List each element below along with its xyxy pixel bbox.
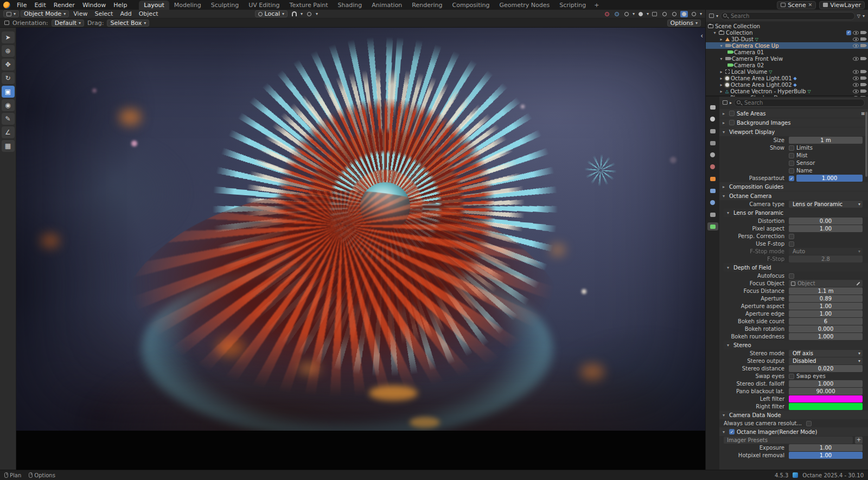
stereo-output-dropdown[interactable]: Disabled ▾ <box>789 357 863 364</box>
expand-arrow-icon[interactable]: ▸ <box>719 76 724 81</box>
bokeh-roundedness-slider[interactable]: 1.000 <box>789 333 863 340</box>
outliner-options-icon[interactable]: ▾ <box>863 14 865 18</box>
panel-depth-of-field[interactable]: ▾ Depth of Field <box>724 263 868 272</box>
disable-render-icon[interactable] <box>860 89 865 93</box>
tab-texture-paint[interactable]: Texture Paint <box>285 1 333 10</box>
bokeh-rotation-slider[interactable]: 0.000 <box>789 325 863 332</box>
camera-type-dropdown[interactable]: Lens or Panoramic ▾ <box>789 201 863 208</box>
focus-distance-slider[interactable]: 1.1 m <box>789 287 863 295</box>
hide-viewport-icon[interactable] <box>853 57 859 61</box>
hide-viewport-icon[interactable] <box>853 76 859 80</box>
disable-render-icon[interactable] <box>860 76 865 80</box>
orientation-setting-dropdown[interactable]: Default ▾ <box>52 20 84 27</box>
overlays-dropdown-icon[interactable]: ▾ <box>647 11 649 16</box>
sidebar-collapse-icon[interactable]: ‹ <box>700 32 703 40</box>
outliner-row-camera-02[interactable]: Camera 02 <box>706 62 868 68</box>
tab-uv-editing[interactable]: UV Editing <box>244 1 284 10</box>
tab-modeling[interactable]: Modeling <box>169 1 206 10</box>
hide-viewport-icon[interactable] <box>853 70 859 74</box>
menu-object[interactable]: Object <box>136 10 161 17</box>
expand-arrow-icon[interactable]: ▸ <box>719 37 724 42</box>
expand-arrow-icon[interactable]: ▸ <box>719 89 724 94</box>
snap-toggle[interactable] <box>290 11 298 17</box>
drag-setting-dropdown[interactable]: Select Box ▾ <box>107 20 149 27</box>
stereo-falloff-slider[interactable]: 1.000 <box>789 380 863 387</box>
rotate-tool[interactable]: ↻ <box>2 72 15 84</box>
filter-icon[interactable]: ▽ <box>857 14 860 18</box>
tab-sculpting[interactable]: Sculpting <box>206 1 244 10</box>
collection-checkbox[interactable]: ✓ <box>846 30 851 35</box>
fstop-mode-dropdown[interactable]: Auto ▾ <box>789 248 863 255</box>
panel-arrow-icon[interactable]: ▾ <box>723 130 727 135</box>
tab-scene[interactable] <box>707 151 718 159</box>
outliner-row-3d-dust[interactable]: ▸ 3D-Dust ▽ <box>706 36 868 42</box>
viewport-3d[interactable]: ‹ <box>16 28 705 470</box>
tab-object[interactable] <box>707 175 718 183</box>
shading-dropdown-icon[interactable]: ▾ <box>700 11 702 16</box>
tab-shading[interactable]: Shading <box>333 1 367 10</box>
imager-presets-dropdown[interactable]: Imager Presets <box>724 437 853 444</box>
disable-render-icon[interactable] <box>860 57 865 60</box>
limits-checkbox[interactable] <box>789 145 794 151</box>
always-use-camera-resolution-checkbox[interactable] <box>806 421 812 426</box>
passepartout-slider[interactable]: 1.000 <box>796 175 863 182</box>
background-images-checkbox[interactable] <box>729 120 735 125</box>
unlink-scene-icon[interactable]: ✕ <box>808 2 813 8</box>
bokeh-side-count-slider[interactable]: 6 <box>789 318 863 325</box>
panel-arrow-icon[interactable]: ▾ <box>727 343 731 348</box>
use-fstop-checkbox[interactable] <box>789 241 794 247</box>
pano-blackout-slider[interactable]: 90.000 <box>789 388 863 395</box>
panel-arrow-icon[interactable]: ▸ <box>723 120 727 125</box>
properties-search-input[interactable] <box>734 99 865 107</box>
shading-rendered-button[interactable] <box>690 11 698 17</box>
panel-camera-data-node[interactable]: ▾ Camera Data Node <box>719 411 868 419</box>
outliner-row-area-light-001[interactable]: ▸ Octane Area Light.001 ◆ <box>706 75 868 81</box>
menu-help[interactable]: Help <box>110 1 130 9</box>
expand-arrow-icon[interactable]: ▾ <box>719 56 724 61</box>
mode-dropdown[interactable]: Object Mode ▾ <box>21 10 69 17</box>
tab-output[interactable] <box>707 127 718 135</box>
scale-tool[interactable]: ▣ <box>2 86 15 98</box>
tab-tool[interactable] <box>707 103 718 111</box>
menu-select[interactable]: Select <box>92 10 116 17</box>
disable-render-icon[interactable] <box>860 70 865 73</box>
snap-dropdown-icon[interactable]: ▾ <box>301 11 303 16</box>
tab-rendering[interactable]: Rendering <box>407 1 447 10</box>
panel-octane-camera[interactable]: ▾ Octane Camera <box>719 191 868 200</box>
annotate-tool[interactable]: ✎ <box>2 113 15 125</box>
tab-physics[interactable] <box>707 199 718 207</box>
tab-render[interactable] <box>707 115 718 123</box>
editor-type-button[interactable]: ▾ <box>3 10 19 17</box>
passepartout-checkbox[interactable]: ✓ <box>789 176 794 181</box>
disable-render-icon[interactable] <box>860 44 865 47</box>
outliner-row-vectron-hyperbulb[interactable]: ▸ △ Octane Vectron - HyperBulb ▽ <box>706 88 868 94</box>
panel-background-images[interactable]: ▸ Background Images <box>719 118 868 127</box>
caret-icon[interactable]: ▾ <box>716 14 718 18</box>
proportional-editing-toggle[interactable] <box>305 11 313 17</box>
right-filter-color-swatch[interactable] <box>789 403 863 410</box>
panel-viewport-display[interactable]: ▾ Viewport Display <box>719 127 868 136</box>
show-overlays-toggle[interactable] <box>637 11 644 17</box>
aperture-aspect-slider[interactable]: 1.00 <box>789 303 863 310</box>
hide-viewport-icon[interactable] <box>853 83 859 87</box>
aperture-edge-slider[interactable]: 1.00 <box>789 310 863 317</box>
blender-logo-icon[interactable] <box>3 2 10 9</box>
outliner-row-collection[interactable]: ▾ Collection ✓ <box>706 29 868 36</box>
disable-render-icon[interactable] <box>860 31 865 34</box>
panel-arrow-icon[interactable]: ▸ <box>723 111 727 116</box>
sensor-checkbox[interactable] <box>789 161 794 166</box>
fstop-slider[interactable]: 2.8 <box>789 255 863 263</box>
octane-imager-checkbox[interactable]: ✓ <box>729 429 735 434</box>
panel-safe-areas[interactable]: ▸ Safe Areas ⊞ <box>719 109 868 118</box>
mist-checkbox[interactable] <box>789 153 794 158</box>
disable-render-icon[interactable] <box>860 37 865 41</box>
transform-tool[interactable]: ◉ <box>2 99 15 111</box>
panel-arrow-icon[interactable]: ▾ <box>727 210 731 215</box>
outliner-search-input[interactable] <box>720 12 855 20</box>
size-slider[interactable]: 1 m <box>789 137 863 144</box>
swap-eyes-checkbox[interactable] <box>789 374 794 379</box>
transform-orientation-dropdown[interactable]: Local ▾ <box>255 10 288 17</box>
render-pass-blue-toggle[interactable] <box>613 11 621 17</box>
panel-octane-imager[interactable]: ▾ ✓ Octane Imager(Render Mode) <box>719 427 868 436</box>
pixel-aspect-slider[interactable]: 1.00 <box>789 225 863 232</box>
